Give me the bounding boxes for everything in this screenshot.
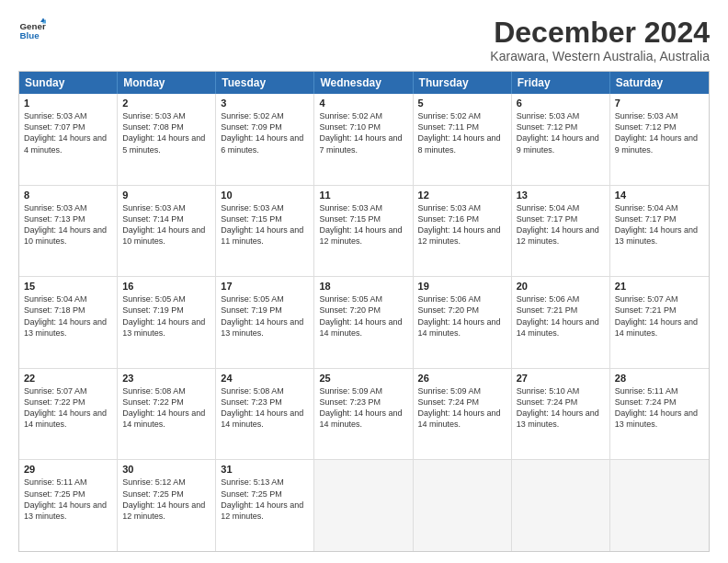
cell-info: Sunrise: 5:08 AMSunset: 7:23 PMDaylight:…: [221, 385, 309, 431]
day-number: 6: [517, 98, 605, 109]
svg-text:Blue: Blue: [20, 30, 40, 40]
header-day-saturday: Saturday: [610, 72, 709, 94]
cell-info: Sunrise: 5:02 AMSunset: 7:10 PMDaylight:…: [319, 110, 407, 155]
calendar-cell: 23Sunrise: 5:08 AMSunset: 7:22 PMDayligh…: [118, 369, 216, 460]
calendar-row-3: 15Sunrise: 5:04 AMSunset: 7:18 PMDayligh…: [19, 276, 709, 368]
title-block: December 2024 Karawara, Western Australi…: [490, 17, 710, 63]
day-number: 16: [122, 281, 210, 292]
day-number: 9: [122, 190, 210, 201]
calendar-cell: 18Sunrise: 5:05 AMSunset: 7:20 PMDayligh…: [314, 277, 413, 368]
day-number: 27: [517, 373, 605, 384]
day-number: 25: [319, 373, 407, 384]
calendar-cell: 24Sunrise: 5:08 AMSunset: 7:23 PMDayligh…: [216, 369, 314, 460]
day-number: 19: [418, 281, 506, 292]
calendar-cell: 19Sunrise: 5:06 AMSunset: 7:20 PMDayligh…: [414, 277, 512, 368]
day-number: 12: [418, 190, 506, 201]
cell-info: Sunrise: 5:04 AMSunset: 7:17 PMDaylight:…: [615, 202, 704, 247]
cell-info: Sunrise: 5:03 AMSunset: 7:13 PMDaylight:…: [24, 202, 112, 247]
calendar-cell: [314, 460, 413, 551]
calendar-cell: 15Sunrise: 5:04 AMSunset: 7:18 PMDayligh…: [19, 277, 118, 368]
day-number: 20: [517, 281, 605, 292]
header-day-tuesday: Tuesday: [216, 72, 314, 94]
header-day-thursday: Thursday: [414, 72, 512, 94]
cell-info: Sunrise: 5:04 AMSunset: 7:17 PMDaylight:…: [517, 202, 605, 247]
month-title: December 2024: [490, 17, 710, 49]
day-number: 1: [24, 98, 112, 109]
calendar-header: SundayMondayTuesdayWednesdayThursdayFrid…: [19, 72, 709, 94]
cell-info: Sunrise: 5:07 AMSunset: 7:21 PMDaylight:…: [615, 293, 704, 339]
cell-info: Sunrise: 5:08 AMSunset: 7:22 PMDaylight:…: [122, 385, 210, 431]
calendar-cell: 1Sunrise: 5:03 AMSunset: 7:07 PMDaylight…: [19, 94, 118, 185]
calendar-cell: 4Sunrise: 5:02 AMSunset: 7:10 PMDaylight…: [314, 94, 413, 185]
cell-info: Sunrise: 5:03 AMSunset: 7:15 PMDaylight:…: [319, 202, 407, 247]
page: General Blue December 2024 Karawara, Wes…: [0, 0, 728, 563]
subtitle: Karawara, Western Australia, Australia: [490, 49, 710, 63]
calendar-cell: 16Sunrise: 5:05 AMSunset: 7:19 PMDayligh…: [118, 277, 216, 368]
cell-info: Sunrise: 5:11 AMSunset: 7:24 PMDaylight:…: [615, 385, 704, 431]
calendar-cell: 21Sunrise: 5:07 AMSunset: 7:21 PMDayligh…: [610, 277, 709, 368]
cell-info: Sunrise: 5:07 AMSunset: 7:22 PMDaylight:…: [24, 385, 112, 431]
calendar-cell: 13Sunrise: 5:04 AMSunset: 7:17 PMDayligh…: [512, 186, 610, 277]
day-number: 2: [122, 98, 210, 109]
day-number: 3: [221, 98, 309, 109]
calendar-cell: 6Sunrise: 5:03 AMSunset: 7:12 PMDaylight…: [512, 94, 610, 185]
day-number: 11: [319, 190, 407, 201]
calendar-cell: [414, 460, 512, 551]
calendar-row-1: 1Sunrise: 5:03 AMSunset: 7:07 PMDaylight…: [19, 94, 709, 185]
cell-info: Sunrise: 5:04 AMSunset: 7:18 PMDaylight:…: [24, 293, 112, 339]
calendar-cell: 7Sunrise: 5:03 AMSunset: 7:12 PMDaylight…: [610, 94, 709, 185]
day-number: 13: [517, 190, 605, 201]
day-number: 23: [122, 373, 210, 384]
calendar-row-5: 29Sunrise: 5:11 AMSunset: 7:25 PMDayligh…: [19, 459, 709, 551]
calendar-cell: 27Sunrise: 5:10 AMSunset: 7:24 PMDayligh…: [512, 369, 610, 460]
day-number: 28: [615, 373, 704, 384]
day-number: 30: [122, 464, 210, 475]
day-number: 31: [221, 464, 309, 475]
calendar-cell: 9Sunrise: 5:03 AMSunset: 7:14 PMDaylight…: [118, 186, 216, 277]
cell-info: Sunrise: 5:10 AMSunset: 7:24 PMDaylight:…: [517, 385, 605, 431]
calendar-cell: 11Sunrise: 5:03 AMSunset: 7:15 PMDayligh…: [314, 186, 413, 277]
calendar-cell: 20Sunrise: 5:06 AMSunset: 7:21 PMDayligh…: [512, 277, 610, 368]
calendar-cell: [610, 460, 709, 551]
cell-info: Sunrise: 5:06 AMSunset: 7:21 PMDaylight:…: [517, 293, 605, 339]
day-number: 26: [418, 373, 506, 384]
calendar-cell: [512, 460, 610, 551]
cell-info: Sunrise: 5:02 AMSunset: 7:11 PMDaylight:…: [418, 110, 506, 155]
day-number: 14: [615, 190, 704, 201]
calendar-cell: 2Sunrise: 5:03 AMSunset: 7:08 PMDaylight…: [118, 94, 216, 185]
calendar-cell: 26Sunrise: 5:09 AMSunset: 7:24 PMDayligh…: [414, 369, 512, 460]
header-day-wednesday: Wednesday: [314, 72, 413, 94]
cell-info: Sunrise: 5:09 AMSunset: 7:24 PMDaylight:…: [418, 385, 506, 431]
day-number: 10: [221, 190, 309, 201]
calendar-cell: 29Sunrise: 5:11 AMSunset: 7:25 PMDayligh…: [19, 460, 118, 551]
cell-info: Sunrise: 5:11 AMSunset: 7:25 PMDaylight:…: [24, 477, 112, 522]
calendar-cell: 8Sunrise: 5:03 AMSunset: 7:13 PMDaylight…: [19, 186, 118, 277]
calendar-cell: 22Sunrise: 5:07 AMSunset: 7:22 PMDayligh…: [19, 369, 118, 460]
calendar-cell: 14Sunrise: 5:04 AMSunset: 7:17 PMDayligh…: [610, 186, 709, 277]
logo: General Blue: [18, 17, 46, 44]
cell-info: Sunrise: 5:06 AMSunset: 7:20 PMDaylight:…: [418, 293, 506, 339]
cell-info: Sunrise: 5:05 AMSunset: 7:19 PMDaylight:…: [122, 293, 210, 339]
day-number: 29: [24, 464, 112, 475]
cell-info: Sunrise: 5:12 AMSunset: 7:25 PMDaylight:…: [122, 477, 210, 522]
day-number: 22: [24, 373, 112, 384]
cell-info: Sunrise: 5:03 AMSunset: 7:15 PMDaylight:…: [221, 202, 309, 247]
day-number: 7: [615, 98, 704, 109]
cell-info: Sunrise: 5:03 AMSunset: 7:12 PMDaylight:…: [517, 110, 605, 155]
day-number: 4: [319, 98, 407, 109]
header-day-monday: Monday: [118, 72, 216, 94]
cell-info: Sunrise: 5:03 AMSunset: 7:16 PMDaylight:…: [418, 202, 506, 247]
cell-info: Sunrise: 5:05 AMSunset: 7:19 PMDaylight:…: [221, 293, 309, 339]
calendar-cell: 31Sunrise: 5:13 AMSunset: 7:25 PMDayligh…: [216, 460, 314, 551]
svg-text:General: General: [20, 21, 47, 31]
cell-info: Sunrise: 5:03 AMSunset: 7:12 PMDaylight:…: [615, 110, 704, 155]
calendar-cell: 5Sunrise: 5:02 AMSunset: 7:11 PMDaylight…: [414, 94, 512, 185]
logo-icon: General Blue: [18, 17, 46, 44]
cell-info: Sunrise: 5:03 AMSunset: 7:08 PMDaylight:…: [122, 110, 210, 155]
header: General Blue December 2024 Karawara, Wes…: [18, 17, 710, 63]
day-number: 24: [221, 373, 309, 384]
cell-info: Sunrise: 5:05 AMSunset: 7:20 PMDaylight:…: [319, 293, 407, 339]
calendar-cell: 25Sunrise: 5:09 AMSunset: 7:23 PMDayligh…: [314, 369, 413, 460]
calendar-cell: 10Sunrise: 5:03 AMSunset: 7:15 PMDayligh…: [216, 186, 314, 277]
calendar-cell: 28Sunrise: 5:11 AMSunset: 7:24 PMDayligh…: [610, 369, 709, 460]
